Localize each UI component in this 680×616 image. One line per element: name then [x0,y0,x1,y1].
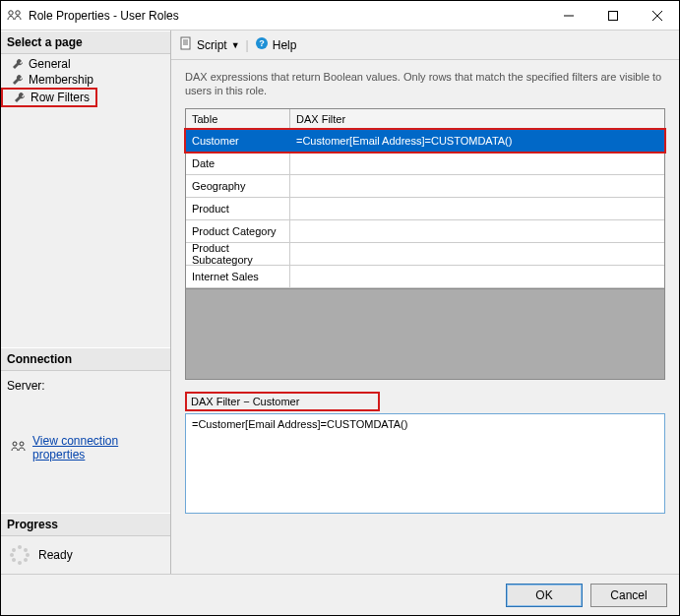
toolbar: Script ▼ | ? Help [171,31,679,60]
svg-point-6 [13,442,17,446]
dialog-window: Role Properties - User Roles Select a pa… [0,0,680,616]
cell-filter [290,198,664,219]
svg-point-13 [12,558,16,562]
progress-status: Ready [38,548,73,562]
wrench-icon [11,57,25,71]
script-icon [179,36,193,53]
script-button[interactable]: Script ▼ [179,36,240,53]
page-membership[interactable]: Membership [1,72,170,88]
cell-table: Product Subcategory [186,243,290,265]
table-row[interactable]: Customer =Customer[Email Address]=CUSTOM… [186,130,664,153]
select-page-header: Select a page [1,31,170,54]
table-row[interactable]: Product Category [186,220,664,243]
svg-rect-3 [608,11,617,20]
svg-point-11 [24,558,28,562]
cell-filter: =Customer[Email Address]=CUSTOMDATA() [290,130,664,152]
col-header-filter[interactable]: DAX Filter [290,109,664,129]
col-header-table[interactable]: Table [186,109,290,129]
cell-table: Internet Sales [186,266,290,287]
page-label: Membership [29,73,93,87]
page-label: General [29,57,71,71]
grid-body: Customer =Customer[Email Address]=CUSTOM… [186,130,664,288]
window-title: Role Properties - User Roles [29,9,546,23]
cell-table: Geography [186,175,290,197]
cell-table: Product Category [186,220,290,242]
cell-filter [290,153,664,174]
connection-icon [11,440,27,457]
page-label: Row Filters [31,91,90,104]
svg-point-15 [12,548,16,552]
minimize-button[interactable] [546,1,590,30]
svg-point-9 [24,548,28,552]
cell-filter [290,220,664,242]
ok-button[interactable]: OK [506,584,583,607]
table-row[interactable]: Product Subcategory [186,243,664,266]
svg-point-8 [18,545,22,549]
svg-point-0 [9,10,13,14]
grid-header: Table DAX Filter [186,109,664,130]
cell-table: Date [186,153,290,174]
title-bar: Role Properties - User Roles [1,1,679,31]
sidebar: Select a page General Membership Row Fil… [1,31,171,574]
help-label: Help [273,38,297,52]
row-filters-grid: Table DAX Filter Customer =Customer[Emai… [185,108,665,380]
wrench-icon [13,91,27,104]
cell-filter [290,243,664,265]
view-connection-link[interactable]: View connection properties [32,434,160,462]
table-row[interactable]: Geography [186,175,664,198]
dialog-footer: OK Cancel [1,574,679,615]
maximize-button[interactable] [590,1,635,30]
table-row[interactable]: Internet Sales [186,266,664,288]
script-label: Script [197,38,227,52]
dax-filter-label: DAX Filter − Customer [185,392,380,411]
svg-point-12 [18,561,22,565]
separator: | [246,38,249,52]
progress-header: Progress [1,513,170,536]
server-label: Server: [7,377,164,432]
svg-text:?: ? [259,38,265,48]
svg-point-10 [26,553,30,557]
cell-table: Customer [186,130,290,152]
table-row[interactable]: Product [186,198,664,220]
svg-point-1 [16,10,20,14]
wrench-icon [11,73,25,87]
svg-point-7 [20,442,24,446]
svg-point-14 [10,553,14,557]
help-icon: ? [255,36,269,53]
page-general[interactable]: General [1,56,170,72]
chevron-down-icon: ▼ [231,40,240,50]
connection-header: Connection [1,347,170,371]
spinner-icon [9,544,31,566]
help-button[interactable]: ? Help [255,36,297,53]
svg-rect-16 [181,37,190,49]
cell-table: Product [186,198,290,219]
cell-filter [290,175,664,197]
description-text: DAX expressions that return Boolean valu… [185,70,665,98]
table-row[interactable]: Date [186,153,664,175]
main-panel: Script ▼ | ? Help DAX expressions that r… [171,31,679,574]
cell-filter [290,266,664,287]
grid-empty-area [186,288,664,379]
dax-filter-input[interactable]: =Customer[Email Address]=CUSTOMDATA() [185,413,665,514]
window-buttons [546,1,679,30]
close-button[interactable] [635,1,679,30]
cancel-button[interactable]: Cancel [590,584,667,607]
page-row-filters[interactable]: Row Filters [1,88,97,107]
app-icon [7,8,23,24]
page-list: General Membership Row Filters [1,54,170,111]
